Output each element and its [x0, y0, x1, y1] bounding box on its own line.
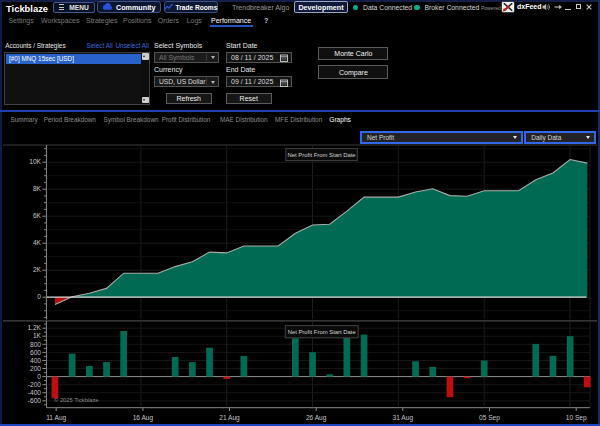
svg-text:© 2025 Tickblaze: © 2025 Tickblaze [54, 397, 99, 403]
svg-text:8K: 8K [33, 185, 42, 192]
svg-text:200: 200 [30, 365, 41, 372]
svg-text:21 Aug: 21 Aug [219, 414, 240, 422]
svg-text:0: 0 [37, 373, 41, 380]
svg-text:-400: -400 [28, 389, 42, 396]
svg-text:0: 0 [37, 293, 41, 300]
svg-text:26 Aug: 26 Aug [306, 414, 327, 422]
svg-text:-600: -600 [28, 397, 42, 404]
svg-text:800: 800 [30, 341, 41, 348]
svg-text:2K: 2K [33, 266, 42, 273]
svg-text:4K: 4K [33, 239, 42, 246]
svg-text:400: 400 [30, 357, 41, 364]
svg-text:11 Aug: 11 Aug [46, 414, 66, 422]
svg-text:31 Aug: 31 Aug [393, 414, 414, 422]
svg-text:-200: -200 [28, 381, 42, 388]
svg-text:05 Sep: 05 Sep [479, 414, 500, 422]
svg-text:10K: 10K [29, 158, 41, 165]
svg-text:16 Aug: 16 Aug [133, 414, 154, 422]
svg-text:600: 600 [30, 349, 41, 356]
svg-text:Net Profit From Start Date: Net Profit From Start Date [288, 152, 357, 158]
svg-text:1.2K: 1.2K [27, 324, 41, 331]
svg-text:10 Sep: 10 Sep [566, 414, 587, 422]
svg-text:6K: 6K [33, 212, 42, 219]
svg-text:Net Profit From Start Date: Net Profit From Start Date [288, 329, 357, 335]
svg-text:1K: 1K [33, 332, 42, 339]
